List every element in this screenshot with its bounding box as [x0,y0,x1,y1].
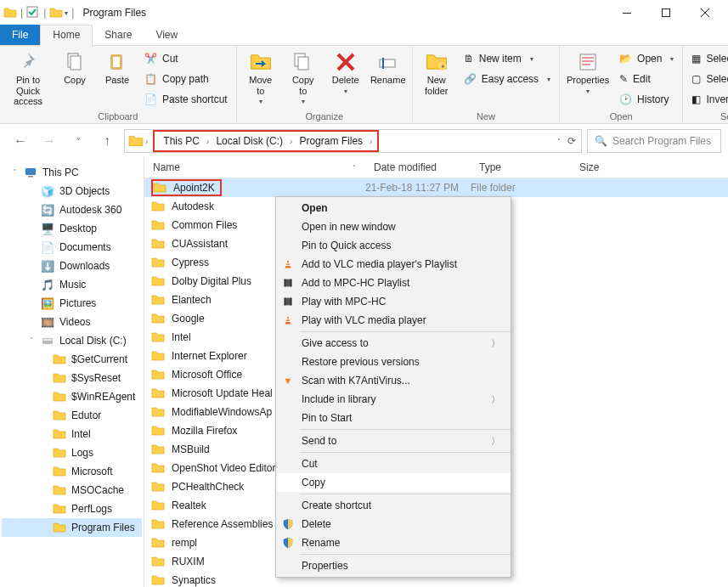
menu-item[interactable]: Play with VLC media player [276,311,511,330]
paste-shortcut-button[interactable]: 📄Paste shortcut [139,90,233,109]
menu-item-label: Restore previous versions [302,356,420,368]
column-headers: Name˄ Date modified Type Size [144,158,728,178]
menu-item[interactable]: Cut [276,454,511,473]
tree-icon: 🔄 [41,203,54,217]
search-input[interactable]: 🔍 Search Program Files [587,129,721,153]
qat-more-icon[interactable]: ▾ [65,9,68,17]
menu-item[interactable]: Open in new window [276,217,511,236]
tree-item[interactable]: PerfLogs [2,500,142,518]
chevron-right-icon[interactable]: › [144,137,150,146]
vlc-icon [281,313,295,327]
group-label-select: Select [686,110,728,123]
tree-label: Desktop [59,223,97,234]
menu-item[interactable]: Give access to〉 [276,334,511,353]
tab-share[interactable]: Share [93,25,144,45]
menu-item[interactable]: Include in library〉 [276,390,511,409]
nav-recent-button[interactable]: ˅ [66,129,90,153]
menu-item[interactable]: Add to VLC media player's Playlist [276,255,511,274]
tree-item[interactable]: 🔄Autodesk 360 [2,200,142,219]
menu-item[interactable]: Pin to Start [276,409,511,427]
nav-back-button[interactable]: ← [8,129,32,153]
tree-item[interactable]: $SysReset [2,369,142,387]
close-button[interactable] [686,1,725,25]
tree-item[interactable]: Edutor [2,406,142,425]
shield-icon [281,517,295,531]
qat-check-icon[interactable] [26,6,40,20]
navigation-tree[interactable]: ˅This PC🧊3D Objects🔄Autodesk 360🖥️Deskto… [0,158,144,587]
tree-item[interactable]: Program Files [2,518,142,537]
address-bar[interactable]: › This PC› Local Disk (C:)› Program File… [124,129,582,153]
maximize-button[interactable] [646,1,686,25]
col-name[interactable]: Name˄ [144,158,365,178]
tree-label: Videos [59,316,90,328]
col-date[interactable]: Date modified [365,158,471,178]
menu-item[interactable]: Pin to Quick access [276,236,511,255]
file-row[interactable]: Apoint2K21-Feb-18 11:27 PMFile folder [144,178,728,197]
minimize-button[interactable] [607,1,646,25]
menu-item[interactable]: Send to〉 [276,432,511,450]
menu-item[interactable]: Properties [276,556,511,575]
tree-item[interactable]: 🎵Music [2,275,142,294]
divider: | [19,7,25,19]
col-size[interactable]: Size [571,158,728,178]
moveto-button[interactable]: Move to▾ [240,48,281,109]
menu-item[interactable]: ▼Scan with K7AntiVirus... [276,371,511,390]
tab-view[interactable]: View [144,25,189,45]
tree-icon [53,502,66,516]
copyto-button[interactable]: Copy to▾ [283,48,324,109]
col-type[interactable]: Type [471,158,571,178]
menu-item[interactable]: Restore previous versions [276,353,511,371]
tree-item[interactable]: Intel [2,425,142,443]
tree-item[interactable]: ˅This PC [2,163,142,182]
tree-item[interactable]: ⬇️Downloads [2,257,142,275]
tree-item[interactable]: MSOCache [2,481,142,500]
menu-item[interactable]: Create shortcut [276,496,511,515]
crumb-this-pc[interactable]: This PC [158,132,205,150]
menu-item[interactable]: Add to MPC-HC Playlist [276,274,511,292]
menu-item[interactable]: Rename [276,533,511,552]
new-folder-button[interactable]: ✦ New folder [416,48,457,109]
tree-item[interactable]: Microsoft [2,462,142,481]
select-none-button[interactable]: ▢Select none [686,70,728,88]
open-button[interactable]: 📂Open▾ [614,49,679,68]
tree-item[interactable]: $WinREAgent [2,387,142,406]
invert-selection-button[interactable]: ◧Invert selection [686,90,728,109]
tree-item[interactable]: Logs [2,443,142,462]
rename-button[interactable]: Rename [368,48,409,109]
cut-button[interactable]: ✂️Cut [139,49,233,68]
tree-item[interactable]: 📄Documents [2,238,142,257]
copy-path-button[interactable]: 📋Copy path [139,70,233,88]
group-label-organize: Organize [240,110,409,123]
tree-label: Microsoft [71,466,113,477]
easy-access-button[interactable]: 🔗Easy access▾ [459,70,556,88]
tree-item[interactable]: 🖥️Desktop [2,219,142,238]
paste-button[interactable]: Paste [97,48,138,109]
copy-button[interactable]: Copy [54,48,95,109]
tab-home[interactable]: Home [40,25,93,46]
refresh-button[interactable]: ⟳ [567,135,576,147]
menu-item[interactable]: Copy [276,473,511,492]
tree-item[interactable]: ˅Local Disk (C:) [2,331,142,350]
select-all-button[interactable]: ▦Select all [686,49,728,68]
tree-item[interactable]: 🖼️Pictures [2,294,142,313]
tab-file[interactable]: File [0,25,40,45]
history-button[interactable]: 🕑History [614,90,679,109]
new-item-button[interactable]: 🗎New item▾ [459,49,556,68]
tree-item[interactable]: 🎞️Videos [2,313,142,331]
crumb-local-disk[interactable]: Local Disk (C:) [211,132,288,150]
tree-item[interactable]: 🧊3D Objects [2,182,142,200]
nav-up-button[interactable]: ↑ [95,129,119,153]
menu-item[interactable]: Play with MPC-HC [276,292,511,311]
delete-button[interactable]: Delete▾ [325,48,366,109]
pin-button[interactable]: Pin to Quick access [3,48,53,109]
menu-item-label: Give access to [302,337,369,349]
addr-dropdown[interactable]: ˅ [557,138,561,145]
tree-item[interactable]: $GetCurrent [2,350,142,369]
crumb-program-files[interactable]: Program Files [294,132,368,150]
nav-fwd-button[interactable]: → [37,129,61,153]
menu-item[interactable]: Open [276,199,511,217]
svg-rect-17 [113,57,120,67]
menu-item[interactable]: Delete [276,515,511,533]
edit-button[interactable]: ✎Edit [614,70,679,88]
properties-button[interactable]: Properties▾ [563,48,612,109]
